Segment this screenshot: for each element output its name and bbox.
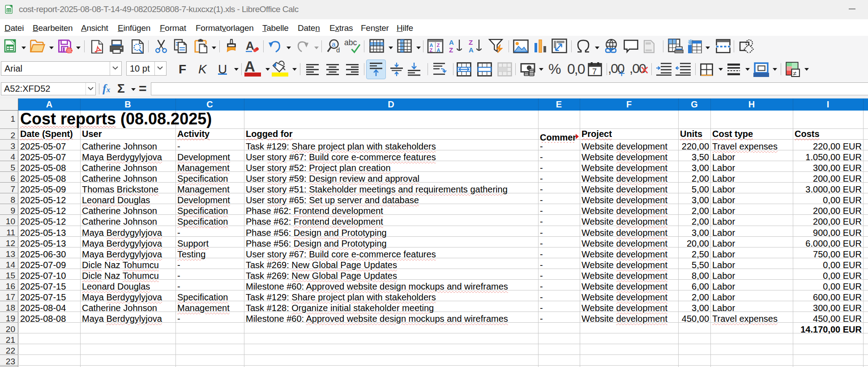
svg-text:≠: ≠ [793, 70, 796, 77]
svg-text:d: d [336, 46, 340, 54]
svg-text:A: A [469, 46, 474, 54]
svg-text:Z: Z [469, 38, 473, 46]
svg-text:A: A [246, 39, 254, 52]
svg-text:A: A [437, 47, 440, 53]
svg-text:A: A [449, 38, 454, 46]
svg-text:a: a [332, 40, 336, 48]
svg-text:7: 7 [592, 67, 597, 76]
svg-text:Z: Z [449, 46, 453, 54]
svg-text:Z: Z [430, 47, 433, 53]
svg-text:abc: abc [344, 39, 357, 47]
